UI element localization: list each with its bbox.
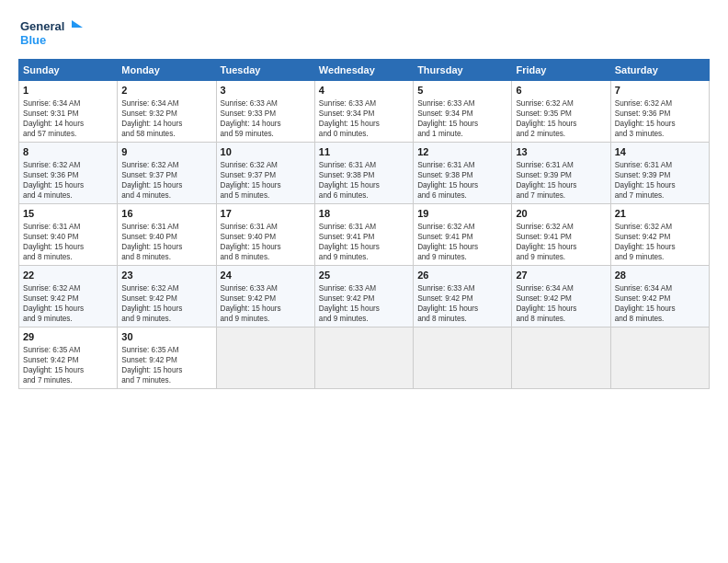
- cell-info: Sunrise: 6:32 AM Sunset: 9:41 PM Dayligh…: [417, 222, 507, 262]
- calendar-cell: 25Sunrise: 6:33 AM Sunset: 9:42 PM Dayli…: [314, 266, 413, 327]
- day-number: 14: [615, 145, 705, 159]
- day-header-saturday: Saturday: [610, 60, 709, 81]
- calendar-cell: 29Sunrise: 6:35 AM Sunset: 9:42 PM Dayli…: [19, 327, 118, 389]
- day-number: 23: [121, 269, 211, 282]
- cell-info: Sunrise: 6:31 AM Sunset: 9:39 PM Dayligh…: [615, 160, 705, 201]
- calendar-cell: 9Sunrise: 6:32 AM Sunset: 9:37 PM Daylig…: [118, 143, 216, 204]
- logo-svg: GeneralBlue: [18, 17, 83, 50]
- cell-info: Sunrise: 6:32 AM Sunset: 9:37 PM Dayligh…: [221, 160, 311, 201]
- cell-info: Sunrise: 6:32 AM Sunset: 9:41 PM Dayligh…: [516, 222, 606, 262]
- day-number: 5: [417, 84, 507, 98]
- cell-info: Sunrise: 6:31 AM Sunset: 9:40 PM Dayligh…: [23, 222, 113, 262]
- calendar-cell: 21Sunrise: 6:32 AM Sunset: 9:42 PM Dayli…: [610, 204, 709, 266]
- day-number: 12: [417, 145, 507, 159]
- day-number: 7: [615, 84, 705, 98]
- calendar-cell: 3Sunrise: 6:33 AM Sunset: 9:33 PM Daylig…: [216, 81, 314, 143]
- calendar-cell: [610, 327, 709, 389]
- calendar-cell: [414, 327, 512, 389]
- day-number: 20: [516, 207, 606, 221]
- calendar-cell: 7Sunrise: 6:32 AM Sunset: 9:36 PM Daylig…: [610, 81, 709, 143]
- day-header-sunday: Sunday: [19, 60, 118, 81]
- calendar-cell: 26Sunrise: 6:33 AM Sunset: 9:42 PM Dayli…: [414, 266, 512, 327]
- calendar-cell: 23Sunrise: 6:32 AM Sunset: 9:42 PM Dayli…: [118, 266, 216, 327]
- calendar-cell: 10Sunrise: 6:32 AM Sunset: 9:37 PM Dayli…: [216, 143, 314, 204]
- calendar-cell: 12Sunrise: 6:31 AM Sunset: 9:38 PM Dayli…: [414, 143, 512, 204]
- calendar-cell: 19Sunrise: 6:32 AM Sunset: 9:41 PM Dayli…: [414, 204, 512, 266]
- calendar-cell: 15Sunrise: 6:31 AM Sunset: 9:40 PM Dayli…: [19, 204, 118, 266]
- calendar-cell: 11Sunrise: 6:31 AM Sunset: 9:38 PM Dayli…: [314, 143, 413, 204]
- day-number: 13: [516, 145, 606, 159]
- calendar-cell: 13Sunrise: 6:31 AM Sunset: 9:39 PM Dayli…: [512, 143, 610, 204]
- calendar-cell: 16Sunrise: 6:31 AM Sunset: 9:40 PM Dayli…: [118, 204, 216, 266]
- cell-info: Sunrise: 6:32 AM Sunset: 9:35 PM Dayligh…: [516, 98, 606, 139]
- day-number: 21: [615, 207, 705, 221]
- cell-info: Sunrise: 6:31 AM Sunset: 9:38 PM Dayligh…: [417, 160, 507, 201]
- day-number: 30: [121, 330, 211, 344]
- cell-info: Sunrise: 6:32 AM Sunset: 9:42 PM Dayligh…: [121, 283, 211, 324]
- day-number: 18: [319, 207, 409, 221]
- calendar-table: SundayMondayTuesdayWednesdayThursdayFrid…: [18, 59, 710, 389]
- day-number: 25: [319, 269, 409, 282]
- calendar-cell: 20Sunrise: 6:32 AM Sunset: 9:41 PM Dayli…: [512, 204, 610, 266]
- day-number: 3: [221, 84, 311, 98]
- day-number: 26: [417, 269, 507, 282]
- day-number: 17: [221, 207, 311, 221]
- day-header-thursday: Thursday: [414, 60, 512, 81]
- calendar-cell: 22Sunrise: 6:32 AM Sunset: 9:42 PM Dayli…: [19, 266, 118, 327]
- logo: GeneralBlue: [18, 17, 83, 50]
- calendar-week-1: 1Sunrise: 6:34 AM Sunset: 9:31 PM Daylig…: [19, 81, 710, 143]
- cell-info: Sunrise: 6:34 AM Sunset: 9:42 PM Dayligh…: [615, 283, 705, 324]
- cell-info: Sunrise: 6:33 AM Sunset: 9:33 PM Dayligh…: [221, 98, 311, 139]
- calendar-cell: 14Sunrise: 6:31 AM Sunset: 9:39 PM Dayli…: [610, 143, 709, 204]
- cell-info: Sunrise: 6:35 AM Sunset: 9:42 PM Dayligh…: [121, 345, 211, 385]
- day-header-friday: Friday: [512, 60, 610, 81]
- day-number: 22: [23, 269, 113, 282]
- cell-info: Sunrise: 6:33 AM Sunset: 9:42 PM Dayligh…: [417, 283, 507, 324]
- svg-text:Blue: Blue: [20, 33, 46, 47]
- day-number: 2: [121, 84, 211, 98]
- calendar-cell: 24Sunrise: 6:33 AM Sunset: 9:42 PM Dayli…: [216, 266, 314, 327]
- calendar-cell: [314, 327, 413, 389]
- day-header-tuesday: Tuesday: [216, 60, 314, 81]
- cell-info: Sunrise: 6:34 AM Sunset: 9:32 PM Dayligh…: [121, 98, 211, 139]
- cell-info: Sunrise: 6:33 AM Sunset: 9:42 PM Dayligh…: [319, 283, 409, 324]
- cell-info: Sunrise: 6:31 AM Sunset: 9:38 PM Dayligh…: [319, 160, 409, 201]
- day-number: 24: [221, 269, 311, 282]
- calendar-week-2: 8Sunrise: 6:32 AM Sunset: 9:36 PM Daylig…: [19, 143, 710, 204]
- day-header-monday: Monday: [118, 60, 216, 81]
- day-number: 19: [417, 207, 507, 221]
- calendar-cell: 17Sunrise: 6:31 AM Sunset: 9:40 PM Dayli…: [216, 204, 314, 266]
- cell-info: Sunrise: 6:34 AM Sunset: 9:42 PM Dayligh…: [516, 283, 606, 324]
- svg-marker-0: [72, 20, 83, 28]
- cell-info: Sunrise: 6:32 AM Sunset: 9:37 PM Dayligh…: [121, 160, 211, 201]
- cell-info: Sunrise: 6:32 AM Sunset: 9:36 PM Dayligh…: [23, 160, 113, 201]
- calendar-header-row: SundayMondayTuesdayWednesdayThursdayFrid…: [19, 60, 710, 81]
- calendar-week-5: 29Sunrise: 6:35 AM Sunset: 9:42 PM Dayli…: [19, 327, 710, 389]
- cell-info: Sunrise: 6:35 AM Sunset: 9:42 PM Dayligh…: [23, 345, 113, 385]
- cell-info: Sunrise: 6:32 AM Sunset: 9:42 PM Dayligh…: [23, 283, 113, 324]
- calendar-cell: 18Sunrise: 6:31 AM Sunset: 9:41 PM Dayli…: [314, 204, 413, 266]
- day-number: 8: [23, 145, 113, 159]
- day-number: 29: [23, 330, 113, 344]
- calendar-cell: 2Sunrise: 6:34 AM Sunset: 9:32 PM Daylig…: [118, 81, 216, 143]
- cell-info: Sunrise: 6:33 AM Sunset: 9:42 PM Dayligh…: [221, 283, 311, 324]
- day-number: 1: [23, 84, 113, 98]
- day-header-wednesday: Wednesday: [314, 60, 413, 81]
- cell-info: Sunrise: 6:33 AM Sunset: 9:34 PM Dayligh…: [319, 98, 409, 139]
- calendar-week-3: 15Sunrise: 6:31 AM Sunset: 9:40 PM Dayli…: [19, 204, 710, 266]
- day-number: 27: [516, 269, 606, 282]
- calendar-cell: 27Sunrise: 6:34 AM Sunset: 9:42 PM Dayli…: [512, 266, 610, 327]
- day-number: 9: [121, 145, 211, 159]
- calendar-cell: [512, 327, 610, 389]
- cell-info: Sunrise: 6:34 AM Sunset: 9:31 PM Dayligh…: [23, 98, 113, 139]
- day-number: 15: [23, 207, 113, 221]
- cell-info: Sunrise: 6:32 AM Sunset: 9:42 PM Dayligh…: [615, 222, 705, 262]
- day-number: 6: [516, 84, 606, 98]
- cell-info: Sunrise: 6:31 AM Sunset: 9:40 PM Dayligh…: [121, 222, 211, 262]
- calendar-cell: 1Sunrise: 6:34 AM Sunset: 9:31 PM Daylig…: [19, 81, 118, 143]
- page: GeneralBlue SundayMondayTuesdayWednesday…: [0, 0, 728, 563]
- cell-info: Sunrise: 6:31 AM Sunset: 9:41 PM Dayligh…: [319, 222, 409, 262]
- day-number: 4: [319, 84, 409, 98]
- day-number: 28: [615, 269, 705, 282]
- calendar-cell: 5Sunrise: 6:33 AM Sunset: 9:34 PM Daylig…: [414, 81, 512, 143]
